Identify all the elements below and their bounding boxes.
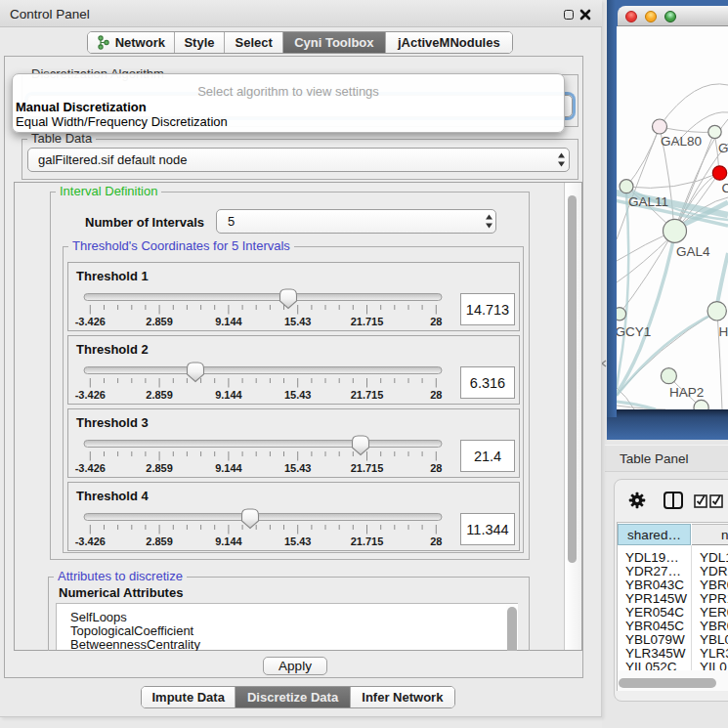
svg-text:21.715: 21.715: [351, 462, 384, 474]
svg-text:21.715: 21.715: [351, 316, 384, 327]
svg-text:GAL4: GAL4: [676, 244, 710, 259]
svg-text:2.859: 2.859: [146, 462, 173, 474]
svg-text:-3.426: -3.426: [75, 389, 106, 401]
svg-text:15.43: 15.43: [284, 535, 312, 547]
svg-text:28: 28: [430, 535, 442, 547]
svg-text:21.715: 21.715: [351, 535, 384, 547]
svg-text:28: 28: [430, 389, 442, 401]
svg-text:9.144: 9.144: [215, 462, 242, 474]
svg-text:15.43: 15.43: [284, 462, 312, 474]
svg-text:9.144: 9.144: [215, 535, 242, 547]
svg-text:28: 28: [430, 462, 442, 474]
svg-text:CAD1: CAD1: [722, 181, 728, 195]
svg-text:GAL11: GAL11: [628, 194, 668, 209]
svg-text:GAL2: GAL2: [718, 141, 728, 155]
svg-text:-3.426: -3.426: [75, 535, 106, 547]
svg-text:9.144: 9.144: [215, 389, 242, 401]
svg-text:-3.426: -3.426: [75, 316, 106, 327]
svg-text:2.859: 2.859: [146, 389, 173, 401]
svg-text:2.859: 2.859: [146, 316, 173, 327]
svg-text:-3.426: -3.426: [75, 462, 106, 474]
svg-text:15.43: 15.43: [284, 316, 312, 327]
svg-text:HIS4: HIS4: [719, 324, 728, 339]
svg-text:GAL80: GAL80: [661, 134, 702, 149]
svg-text:9.144: 9.144: [215, 316, 242, 327]
svg-text:15.43: 15.43: [284, 389, 312, 401]
svg-text:GCY1: GCY1: [617, 324, 651, 339]
svg-text:28: 28: [430, 316, 442, 327]
svg-text:HAP2: HAP2: [669, 385, 704, 400]
svg-text:21.715: 21.715: [351, 389, 384, 401]
svg-text:2.859: 2.859: [146, 535, 173, 547]
